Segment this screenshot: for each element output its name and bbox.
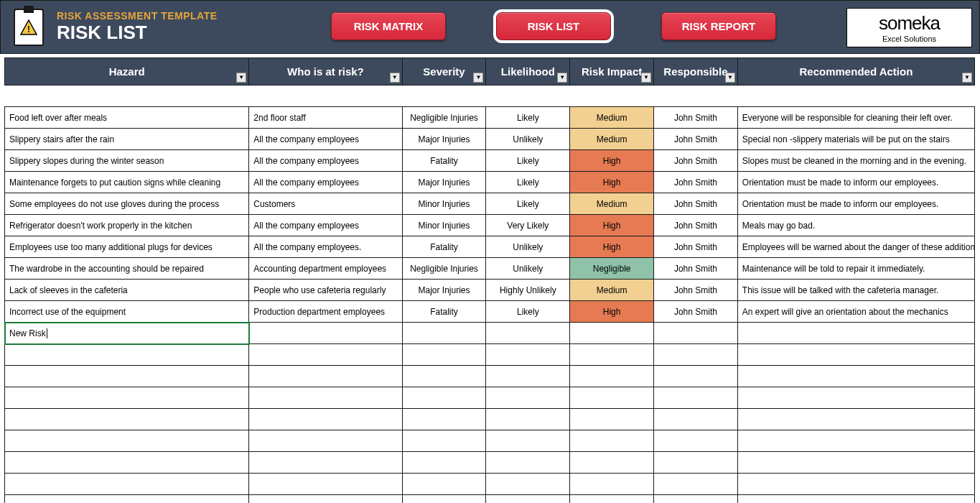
cell-empty[interactable] (249, 474, 402, 495)
cell-empty[interactable] (654, 323, 738, 344)
cell-responsible[interactable]: John Smith (654, 215, 738, 236)
cell-empty[interactable] (5, 387, 249, 409)
nav-risk-report[interactable]: RISK REPORT (661, 12, 776, 40)
cell-who[interactable]: All the company employees (249, 129, 402, 150)
table-row[interactable]: Maintenance forgets to put caution signs… (5, 172, 975, 193)
cell-empty[interactable] (570, 323, 654, 344)
cell-hazard[interactable]: The wardrobe in the accounting should be… (5, 258, 249, 280)
cell-who[interactable]: Customers (249, 193, 402, 215)
risk-table[interactable]: Hazard▼ Who is at risk?▼ Severity▼ Likel… (4, 57, 975, 503)
table-row[interactable]: Incorrect use of the equipmentProduction… (5, 301, 975, 323)
cell-severity[interactable]: Minor Injuries (402, 193, 486, 215)
cell-severity[interactable]: Minor Injuries (402, 215, 486, 236)
cell-empty[interactable] (402, 452, 486, 474)
cell-empty[interactable] (654, 409, 738, 430)
cell-action[interactable]: Maintenance will be told to repair it im… (737, 258, 974, 280)
cell-empty[interactable] (570, 495, 654, 504)
col-hazard[interactable]: Hazard▼ (5, 58, 249, 86)
cell-empty[interactable] (402, 387, 486, 409)
cell-empty[interactable] (249, 366, 402, 387)
cell-responsible[interactable]: John Smith (654, 193, 738, 215)
cell-action[interactable]: Slopes must be cleaned in the morning an… (737, 150, 974, 172)
cell-empty[interactable] (249, 387, 402, 409)
nav-risk-list[interactable]: RISK LIST (496, 12, 611, 40)
table-row[interactable]: Food left over after meals2nd floor staf… (5, 107, 975, 129)
table-row-editing[interactable]: New Risk (5, 323, 975, 344)
cell-empty[interactable] (486, 387, 570, 409)
filter-icon[interactable]: ▼ (557, 73, 567, 83)
cell-empty[interactable] (486, 366, 570, 387)
cell-action[interactable]: Orientation must be made to inform our e… (737, 172, 974, 193)
col-severity[interactable]: Severity▼ (402, 58, 486, 86)
cell-responsible[interactable]: John Smith (654, 150, 738, 172)
cell-likelihood[interactable]: Highly Unlikely (486, 280, 570, 301)
cell-impact[interactable]: Medium (570, 193, 654, 215)
cell-empty[interactable] (654, 366, 738, 387)
cell-who[interactable]: All the company employees (249, 150, 402, 172)
table-row[interactable]: Employees use too many additional plugs … (5, 236, 975, 258)
table-row-empty[interactable] (5, 495, 975, 504)
cell-empty[interactable] (249, 430, 402, 452)
cell-who[interactable]: All the company employees. (249, 236, 402, 258)
cell-empty[interactable] (249, 323, 402, 344)
cell-impact[interactable]: Medium (570, 280, 654, 301)
cell-empty[interactable] (5, 409, 249, 430)
cell-empty[interactable] (249, 344, 402, 366)
cell-empty[interactable] (402, 409, 486, 430)
cell-responsible[interactable]: John Smith (654, 258, 738, 280)
filter-icon[interactable]: ▼ (725, 73, 735, 83)
cell-who[interactable]: People who use cafeteria regularly (249, 280, 402, 301)
cell-hazard[interactable]: Incorrect use of the equipment (5, 301, 249, 323)
cell-likelihood[interactable]: Likely (486, 107, 570, 129)
cell-empty[interactable] (654, 387, 738, 409)
cell-empty[interactable] (737, 323, 974, 344)
cell-hazard-editing[interactable]: New Risk (5, 323, 249, 344)
cell-responsible[interactable]: John Smith (654, 172, 738, 193)
cell-empty[interactable] (402, 366, 486, 387)
cell-responsible[interactable]: John Smith (654, 301, 738, 323)
cell-severity[interactable]: Fatality (402, 301, 486, 323)
cell-empty[interactable] (570, 344, 654, 366)
filter-icon[interactable]: ▼ (641, 73, 651, 83)
table-row[interactable]: Slippery stairs after the rainAll the co… (5, 129, 975, 150)
table-row-empty[interactable] (5, 474, 975, 495)
cell-hazard[interactable]: Some employees do not use gloves during … (5, 193, 249, 215)
cell-action[interactable]: Meals may go bad. (737, 215, 974, 236)
cell-severity[interactable]: Negligible Injuries (402, 107, 486, 129)
table-row[interactable]: Lack of sleeves in the cafeteriaPeople w… (5, 280, 975, 301)
cell-severity[interactable]: Major Injuries (402, 172, 486, 193)
cell-responsible[interactable]: John Smith (654, 129, 738, 150)
col-responsible[interactable]: Responsible▼ (654, 58, 738, 86)
cell-who[interactable]: 2nd floor staff (249, 107, 402, 129)
filter-icon[interactable]: ▼ (236, 73, 246, 83)
cell-action[interactable]: Orientation must be made to inform our e… (737, 193, 974, 215)
cell-impact[interactable]: Medium (570, 129, 654, 150)
cell-who[interactable]: Production department employees (249, 301, 402, 323)
cell-responsible[interactable]: John Smith (654, 107, 738, 129)
cell-impact[interactable]: High (570, 215, 654, 236)
cell-hazard[interactable]: Lack of sleeves in the cafeteria (5, 280, 249, 301)
cell-impact[interactable]: Negligible (570, 258, 654, 280)
table-row-empty[interactable] (5, 366, 975, 387)
cell-empty[interactable] (654, 474, 738, 495)
cell-empty[interactable] (5, 366, 249, 387)
cell-who[interactable]: All the company employees (249, 215, 402, 236)
cell-empty[interactable] (249, 409, 402, 430)
col-who[interactable]: Who is at risk?▼ (249, 58, 402, 86)
table-row-empty[interactable] (5, 344, 975, 366)
cell-who[interactable]: Accounting department employees (249, 258, 402, 280)
cell-who[interactable]: All the company employees (249, 172, 402, 193)
cell-likelihood[interactable]: Likely (486, 193, 570, 215)
table-row-empty[interactable] (5, 409, 975, 430)
cell-empty[interactable] (737, 409, 974, 430)
cell-empty[interactable] (570, 452, 654, 474)
cell-empty[interactable] (737, 344, 974, 366)
col-action[interactable]: Recommended Action▼ (737, 58, 974, 86)
nav-risk-matrix[interactable]: RISK MATRIX (331, 12, 446, 40)
cell-empty[interactable] (737, 366, 974, 387)
cell-hazard[interactable]: Slippery slopes during the winter season (5, 150, 249, 172)
cell-hazard[interactable]: Slippery stairs after the rain (5, 129, 249, 150)
cell-hazard[interactable]: Employees use too many additional plugs … (5, 236, 249, 258)
cell-empty[interactable] (5, 344, 249, 366)
cell-empty[interactable] (570, 409, 654, 430)
